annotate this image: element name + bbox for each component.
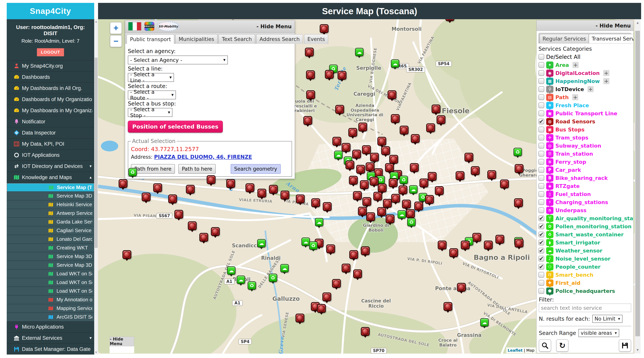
category-label[interactable]: Road Sensors (556, 119, 595, 124)
sidebar-item[interactable]: Service Map 3D (Helsinki) (7, 261, 94, 270)
category-checkbox[interactable] (538, 167, 544, 173)
category-label[interactable]: Car_park (556, 167, 581, 173)
category-checkbox[interactable] (538, 151, 544, 157)
map-marker-sensor[interactable]: ♻ (128, 168, 137, 176)
sidebar-item[interactable]: Data Set Manager: Data Gate (7, 344, 94, 355)
category-label[interactable]: Fuel_station (556, 191, 591, 197)
category-checkbox[interactable] (538, 183, 544, 189)
map-marker-road-sensor[interactable] (370, 177, 378, 186)
scroll-down-icon[interactable]: ▼ (635, 348, 640, 352)
map-marker-road-sensor[interactable] (391, 114, 400, 123)
tab-public-transport[interactable]: Public transport (127, 34, 174, 44)
map-marker-road-sensor[interactable] (188, 221, 197, 230)
map-marker-road-sensor[interactable] (335, 105, 344, 114)
map-marker-sensor[interactable]: ♻ (269, 274, 277, 282)
category-label[interactable]: RTZgate (556, 183, 580, 189)
category-label[interactable]: Public Transport Line (556, 110, 617, 116)
map-marker-road-sensor[interactable] (402, 200, 411, 209)
category-checkbox[interactable] (538, 70, 544, 76)
page-scrollbar-thumb[interactable] (635, 31, 640, 336)
map-marker-road-sensor[interactable] (400, 126, 408, 134)
map-marker-road-sensor[interactable] (353, 269, 362, 278)
map-marker-road-sensor[interactable] (378, 184, 386, 192)
sidebar-item[interactable]: Load WKT on ServiceMap (Antwerp) (7, 287, 94, 296)
category-label[interactable]: Bike_sharing_rack (556, 175, 608, 181)
sidebar-scrollbar-thumb[interactable] (94, 58, 98, 248)
map-marker-road-sensor[interactable] (389, 155, 398, 164)
map-marker-road-sensor[interactable] (391, 194, 400, 203)
map-marker-road-sensor[interactable] (361, 327, 370, 336)
map-marker-road-sensor[interactable] (366, 212, 375, 221)
map-marker-road-sensor[interactable] (389, 178, 398, 187)
route-select[interactable]: - Select a Route -▼ (128, 90, 176, 99)
category-checkbox[interactable] (538, 143, 544, 149)
map-marker-road-sensor[interactable] (411, 134, 420, 143)
map-marker-road-sensor[interactable] (322, 293, 331, 301)
km4city-app-icon[interactable]: KM4CITY (144, 22, 154, 31)
sidebar-item[interactable]: Notificator (7, 116, 94, 127)
map-marker-road-sensor[interactable] (311, 198, 320, 207)
map-marker-sensor[interactable]: ☁ (409, 185, 418, 194)
zoom-out-button[interactable]: − (110, 35, 122, 47)
expand-category-button[interactable]: + (603, 78, 610, 84)
sidebar-item[interactable]: My Snap4City.org (7, 60, 94, 72)
map-marker-road-sensor[interactable] (377, 207, 386, 216)
map-marker-road-sensor[interactable] (426, 123, 435, 132)
map-marker-road-sensor[interactable] (383, 199, 392, 208)
leaflet-link[interactable]: Leaflet (508, 348, 523, 353)
map-marker-road-sensor[interactable] (332, 279, 341, 288)
map-marker-road-sensor[interactable] (432, 104, 440, 113)
sidebar-item[interactable]: Micro Applications (7, 322, 94, 333)
filter-input[interactable] (539, 304, 631, 312)
category-label[interactable]: Air_quality_monitoring_station (556, 215, 634, 221)
map-marker-road-sensor[interactable] (332, 137, 341, 146)
category-label[interactable]: People_counter (556, 264, 600, 270)
map-marker-sensor[interactable]: ♻ (400, 176, 408, 184)
category-label[interactable]: Ferry_stop (556, 159, 586, 165)
map-marker-road-sensor[interactable] (168, 194, 177, 203)
sidebar-item[interactable]: Service Map (Toscana) (7, 183, 94, 192)
category-label[interactable]: Bus Stops (556, 127, 584, 133)
sidebar-item[interactable]: Knowledge and Maps▲ (7, 172, 94, 183)
category-checkbox[interactable] (538, 288, 544, 294)
map-marker-road-sensor[interactable] (410, 163, 419, 172)
category-label[interactable]: Path (556, 94, 569, 100)
category-checkbox[interactable] (538, 191, 544, 197)
category-checkbox[interactable]: ✔ (538, 264, 544, 270)
map-marker-road-sensor[interactable] (472, 233, 481, 242)
map-marker-road-sensor[interactable] (153, 183, 162, 192)
path-from-button[interactable]: Path from here (131, 164, 175, 174)
map-marker-road-sensor[interactable] (325, 70, 334, 79)
map-marker-road-sensor[interactable] (464, 153, 473, 162)
map-marker-sensor[interactable]: ☁ (302, 238, 310, 246)
map-marker-road-sensor[interactable] (500, 179, 509, 188)
category-label[interactable]: Fresh Place (556, 102, 589, 108)
sii-mobility-logo[interactable]: SII-Mobility (158, 21, 179, 31)
map-marker-road-sensor[interactable] (356, 165, 365, 174)
map-marker-road-sensor[interactable] (435, 186, 444, 195)
map-marker-road-sensor[interactable] (303, 116, 312, 125)
map-marker-road-sensor[interactable] (305, 48, 314, 56)
map-marker-road-sensor[interactable] (381, 146, 390, 155)
map-marker-sensor[interactable]: ☁ (334, 151, 342, 159)
map-marker-road-sensor[interactable] (122, 250, 131, 259)
map-marker-sensor[interactable]: ☁ (398, 210, 406, 219)
sidebar-item[interactable]: Dashboards of My Organization (7, 94, 94, 105)
map-marker-road-sensor[interactable] (342, 264, 350, 273)
sidebar-item[interactable]: Lonato Del Garda Service Map (7, 235, 94, 244)
category-label[interactable]: Police_headquarters (556, 288, 615, 294)
scroll-down-icon[interactable]: ▼ (94, 351, 98, 354)
category-label[interactable]: Underpass (556, 207, 586, 213)
refresh-button[interactable]: ↻ (556, 339, 568, 352)
map-marker-road-sensor[interactable] (444, 302, 452, 311)
map-marker-road-sensor[interactable] (352, 150, 361, 159)
map-marker-road-sensor[interactable] (320, 24, 328, 33)
category-checkbox[interactable] (538, 207, 544, 213)
hide-menu-button[interactable]: - Hide Menu (596, 23, 631, 29)
stop-select[interactable]: - Select a Stop -▼ (128, 108, 172, 117)
category-checkbox[interactable]: ✔ (538, 256, 544, 262)
category-checkbox[interactable]: ✔ (538, 215, 544, 221)
category-checkbox[interactable] (538, 135, 544, 140)
category-label[interactable]: Charging_stations (556, 199, 608, 205)
agency-select[interactable]: - Select an Agency -▼ (128, 55, 228, 64)
